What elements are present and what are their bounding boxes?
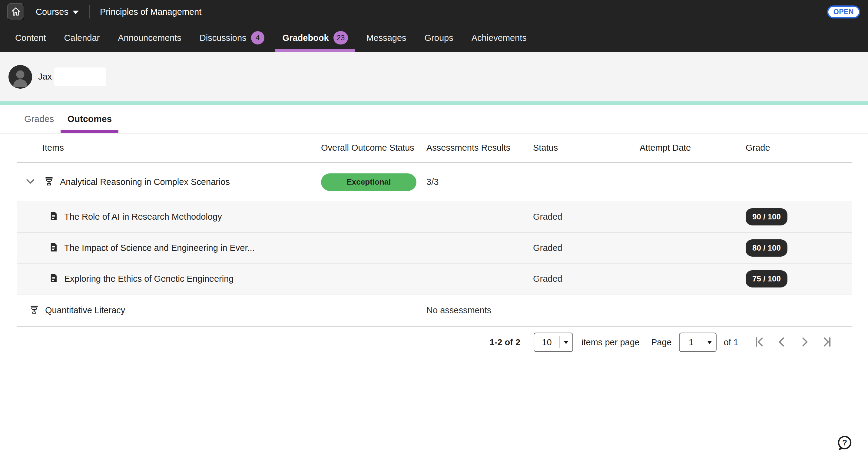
nav-item-gradebook[interactable]: Gradebook 23 [274, 24, 358, 52]
topbar-divider [89, 5, 90, 19]
pagination-bar: 1-2 of 2 10 items per page Page 1 of 1 [17, 327, 835, 358]
help-question-icon: ? [836, 448, 853, 453]
nav-item-groups[interactable]: Groups [415, 24, 462, 52]
last-page-button[interactable] [818, 334, 835, 351]
nav-item-label: Messages [366, 33, 406, 43]
outcomes-table: Items Overall Outcome Status Assessments… [17, 133, 851, 358]
assessment-title: The Role of AI in Research Methodology [64, 212, 222, 222]
home-icon [10, 6, 21, 18]
nav-item-discussions[interactable]: Discussions 4 [190, 24, 274, 52]
help-button[interactable]: ? [836, 435, 853, 452]
items-per-page-label: items per page [582, 337, 640, 348]
chevron-down-icon [560, 341, 572, 344]
courses-label: Courses [36, 7, 68, 17]
nav-item-calendar[interactable]: Calendar [55, 24, 109, 52]
assessment-status: Graded [533, 212, 640, 222]
student-header: Jax [0, 52, 868, 101]
nav-item-announcements[interactable]: Announcements [109, 24, 190, 52]
pager-controls [751, 334, 835, 351]
table-row[interactable]: Analytical Reasoning in Complex Scenario… [17, 163, 851, 201]
page-label: Page [651, 337, 672, 348]
table-row[interactable]: Quantitative Literacy No assessments [17, 294, 851, 327]
page-size-value: 10 [534, 337, 559, 348]
assessment-title: Exploring the Ethics of Genetic Engineer… [64, 274, 234, 284]
collapse-row-button[interactable] [24, 175, 37, 189]
outcome-title: Quantitative Literacy [45, 305, 125, 315]
column-header-overall-outcome-status: Overall Outcome Status [321, 143, 427, 153]
course-navbar: Content Calendar Announcements Discussio… [0, 24, 868, 52]
nav-item-messages[interactable]: Messages [357, 24, 415, 52]
courses-dropdown[interactable]: Courses [36, 7, 79, 17]
first-page-button[interactable] [751, 334, 768, 351]
tab-label: Grades [24, 114, 54, 124]
assessments-results-value: 3/3 [427, 177, 533, 187]
page-number-value: 1 [680, 337, 703, 348]
document-icon [49, 211, 59, 223]
overall-status-badge: Exceptional [321, 173, 416, 191]
gradebook-count-badge: 23 [334, 31, 348, 44]
nav-item-label: Gradebook [283, 33, 329, 43]
document-icon [49, 242, 59, 254]
items-range-text: 1-2 of 2 [490, 337, 521, 348]
outcome-icon [29, 304, 40, 317]
nav-item-label: Achievements [471, 33, 527, 43]
page-size-select[interactable]: 10 [534, 333, 573, 352]
grade-badge: 75 / 100 [746, 270, 787, 288]
first-page-icon [753, 335, 766, 350]
last-page-icon [820, 335, 834, 350]
student-first-name: Jax [38, 72, 52, 82]
table-row[interactable]: The Role of AI in Research Methodology G… [17, 201, 851, 232]
previous-page-button[interactable] [774, 334, 790, 351]
table-header-row: Items Overall Outcome Status Assessments… [17, 133, 851, 163]
page-number-select[interactable]: 1 [679, 333, 717, 352]
nav-item-content[interactable]: Content [6, 24, 55, 52]
assessments-results-value: No assessments [427, 305, 533, 315]
table-row[interactable]: Exploring the Ethics of Genetic Engineer… [17, 263, 851, 294]
nav-item-label: Announcements [118, 33, 181, 43]
column-header-items: Items [17, 143, 321, 153]
chevron-down-icon [73, 10, 79, 14]
page-total-label: of 1 [724, 337, 738, 348]
accent-strip [0, 101, 868, 105]
nav-item-label: Groups [425, 33, 454, 43]
svg-text:?: ? [842, 438, 847, 447]
table-row[interactable]: The Impact of Science and Engineering in… [17, 232, 851, 263]
column-header-assessments-results: Assessments Results [427, 143, 533, 153]
redacted-user-name [54, 67, 106, 86]
gradebook-tabs: Grades Outcomes [0, 105, 868, 133]
column-header-attempt-date: Attempt Date [640, 143, 746, 153]
home-button[interactable] [7, 3, 24, 20]
outcome-icon [43, 176, 55, 188]
next-page-button[interactable] [796, 334, 813, 351]
outcome-title: Analytical Reasoning in Complex Scenario… [60, 177, 230, 187]
nav-item-achievements[interactable]: Achievements [462, 24, 536, 52]
document-icon [49, 273, 59, 285]
assessment-status: Graded [533, 243, 640, 253]
tab-grades[interactable]: Grades [18, 105, 61, 133]
top-bar: Courses Principles of Management OPEN [0, 0, 868, 24]
tab-label: Outcomes [67, 114, 112, 124]
chevron-left-icon [775, 335, 789, 350]
nav-item-label: Content [15, 33, 46, 43]
assessment-status: Graded [533, 274, 640, 284]
discussions-count-badge: 4 [251, 31, 265, 44]
chevron-down-icon [24, 175, 36, 189]
nav-item-label: Calendar [64, 33, 100, 43]
tab-outcomes[interactable]: Outcomes [61, 105, 118, 133]
course-open-badge: OPEN [827, 5, 860, 19]
course-title: Principles of Management [100, 7, 202, 17]
column-header-grade: Grade [746, 143, 851, 153]
column-header-status: Status [533, 143, 640, 153]
chevron-down-icon [703, 341, 716, 344]
nav-item-label: Discussions [199, 33, 247, 43]
grade-badge: 90 / 100 [746, 208, 787, 226]
chevron-right-icon [798, 335, 811, 350]
avatar [8, 65, 32, 89]
grade-badge: 80 / 100 [746, 239, 787, 257]
assessment-title: The Impact of Science and Engineering in… [64, 243, 255, 253]
